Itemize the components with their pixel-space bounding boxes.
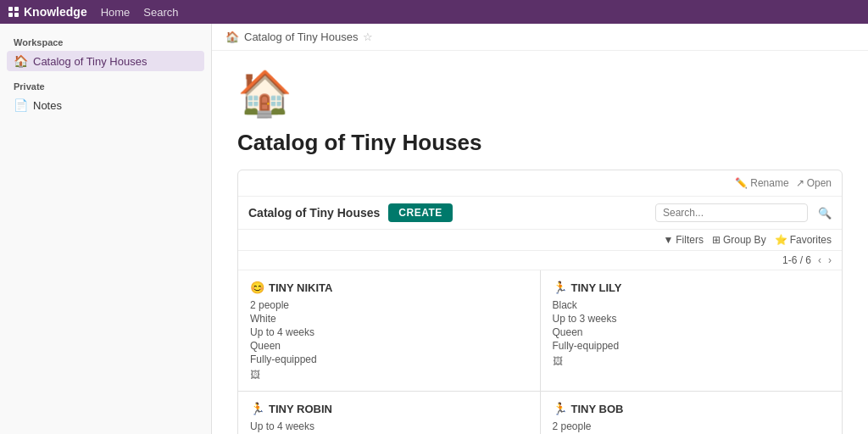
- pagination-count: 1-6 / 6: [782, 254, 811, 266]
- page-icon: 🏠: [237, 68, 843, 120]
- tiny-nikita-icon: 😊: [250, 281, 264, 294]
- tiny-lily-icon: 🏃: [553, 281, 567, 294]
- card-tiny-bob[interactable]: 🏃 TINY BOB 2 people Up to 4 weeks Queen …: [541, 392, 843, 434]
- sidebar: Workspace 🏠 Catalog of Tiny Houses Priva…: [0, 24, 212, 434]
- view-header-actions: ✏️ Rename ↗ Open: [735, 177, 832, 189]
- tiny-lily-field-3: Fully-equipped: [553, 340, 831, 352]
- embedded-view: ✏️ Rename ↗ Open Catalog of Tiny Houses …: [237, 170, 843, 434]
- tiny-robin-field-0: Up to 4 weeks: [250, 420, 528, 432]
- page-content: 🏠 Catalog of Tiny Houses ✏️ Rename ↗ Ope…: [212, 51, 868, 434]
- sidebar-item-catalog-label: Catalog of Tiny Houses: [33, 55, 147, 68]
- tiny-nikita-img: 🖼: [250, 369, 528, 381]
- external-link-icon: ↗: [796, 177, 804, 189]
- group-icon: ⊞: [712, 234, 721, 246]
- content-area: 🏠 Catalog of Tiny Houses ☆ 🏠 Catalog of …: [212, 24, 868, 434]
- sidebar-workspace-title: Workspace: [7, 34, 204, 51]
- sidebar-item-notes-label: Notes: [33, 99, 62, 112]
- tiny-nikita-field-3: Queen: [250, 340, 528, 352]
- toolbar-right: 🔍: [655, 203, 832, 222]
- tiny-lily-title: TINY LILY: [571, 281, 622, 294]
- toolbar-filters: ▼ Filters ⊞ Group By ⭐ Favorites: [663, 234, 832, 246]
- pagination-bar: 1-6 / 6 ‹ ›: [238, 251, 842, 270]
- tiny-robin-icon: 🏃: [250, 402, 264, 415]
- filter-icon: ▼: [663, 234, 673, 246]
- app-title: Knowledge: [24, 5, 87, 19]
- page-title: Catalog of Tiny Houses: [237, 130, 843, 156]
- sidebar-item-catalog[interactable]: 🏠 Catalog of Tiny Houses: [7, 51, 204, 71]
- sidebar-item-notes[interactable]: 📄 Notes: [7, 95, 204, 115]
- tiny-lily-field-1: Up to 3 weeks: [553, 313, 831, 325]
- tiny-lily-field-0: Black: [553, 299, 831, 311]
- main-layout: Workspace 🏠 Catalog of Tiny Houses Priva…: [0, 24, 868, 434]
- notes-icon: 📄: [14, 98, 28, 112]
- card-tiny-robin[interactable]: 🏃 TINY ROBIN Up to 4 weeks Queen Fully-e…: [238, 392, 540, 434]
- rename-button[interactable]: ✏️ Rename: [735, 177, 788, 189]
- view-toolbar: Catalog of Tiny Houses CREATE 🔍: [238, 197, 842, 230]
- catalog-icon: 🏠: [14, 54, 28, 68]
- nav-search[interactable]: Search: [143, 6, 178, 19]
- tiny-bob-field-0: 2 people: [553, 420, 831, 432]
- card-tiny-nikita[interactable]: 😊 TINY NIKITA 2 people White Up to 4 wee…: [238, 270, 540, 391]
- breadcrumb-label: Catalog of Tiny Houses: [244, 31, 358, 43]
- tiny-robin-title: TINY ROBIN: [269, 403, 332, 415]
- grid-icon: [8, 7, 19, 17]
- nav-home[interactable]: Home: [101, 6, 131, 19]
- search-icon[interactable]: 🔍: [818, 207, 832, 220]
- filters-bar: ▼ Filters ⊞ Group By ⭐ Favorites: [238, 230, 842, 251]
- filters-button[interactable]: ▼ Filters: [663, 234, 704, 246]
- tiny-lily-field-2: Queen: [553, 326, 831, 338]
- star-filter-icon: ⭐: [775, 234, 787, 246]
- breadcrumb-icon: 🏠: [225, 31, 239, 43]
- view-header: ✏️ Rename ↗ Open: [238, 170, 842, 197]
- tiny-nikita-field-1: White: [250, 313, 528, 325]
- view-title: Catalog of Tiny Houses: [248, 206, 380, 220]
- tiny-lily-img: 🖼: [553, 355, 831, 367]
- pencil-icon: ✏️: [735, 177, 748, 189]
- favorites-button[interactable]: ⭐ Favorites: [775, 234, 832, 246]
- app-logo[interactable]: Knowledge: [8, 5, 87, 19]
- tiny-nikita-field-2: Up to 4 weeks: [250, 326, 528, 338]
- tiny-nikita-field-4: Fully-equipped: [250, 353, 528, 365]
- breadcrumb: 🏠 Catalog of Tiny Houses ☆: [212, 24, 868, 51]
- star-icon[interactable]: ☆: [363, 31, 373, 43]
- create-button[interactable]: CREATE: [388, 203, 452, 222]
- top-nav: Knowledge Home Search: [0, 0, 868, 24]
- search-input[interactable]: [655, 203, 808, 222]
- toolbar-left: Catalog of Tiny Houses CREATE: [248, 203, 453, 222]
- tiny-bob-icon: 🏃: [553, 402, 567, 415]
- tiny-nikita-title: TINY NIKITA: [269, 281, 332, 294]
- sidebar-private-title: Private: [7, 78, 204, 95]
- open-button[interactable]: ↗ Open: [796, 177, 832, 189]
- tiny-nikita-field-0: 2 people: [250, 299, 528, 311]
- pagination-next[interactable]: ›: [828, 254, 832, 266]
- group-by-button[interactable]: ⊞ Group By: [712, 234, 766, 246]
- cards-grid: 😊 TINY NIKITA 2 people White Up to 4 wee…: [238, 270, 842, 434]
- pagination-prev[interactable]: ‹: [818, 254, 821, 266]
- card-tiny-lily[interactable]: 🏃 TINY LILY Black Up to 3 weeks Queen Fu…: [541, 270, 843, 391]
- tiny-bob-title: TINY BOB: [571, 403, 624, 415]
